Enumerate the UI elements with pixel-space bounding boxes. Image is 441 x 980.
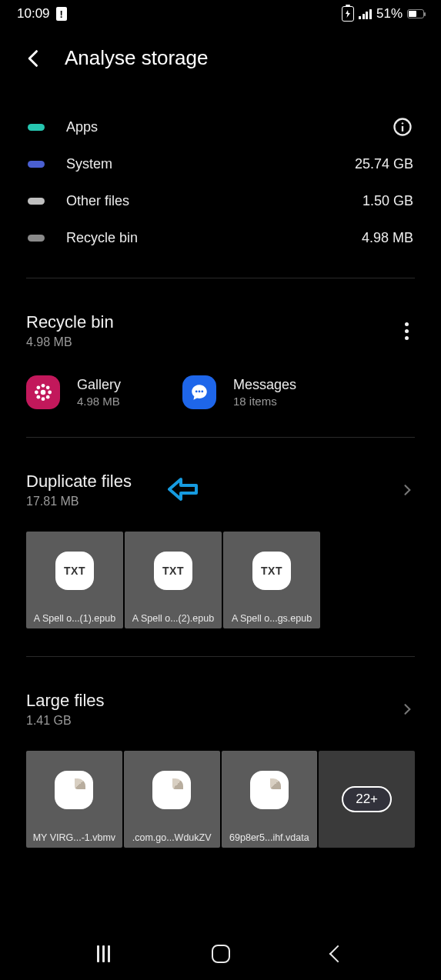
svg-point-13 <box>199 391 201 393</box>
document-file-icon <box>250 771 289 809</box>
recycle-item-gallery[interactable]: Gallery 4.98 MB <box>26 375 121 409</box>
svg-point-1 <box>402 122 403 124</box>
nav-back-button[interactable] <box>329 945 347 963</box>
document-file-icon <box>152 771 191 809</box>
section-subtitle: 17.81 MB <box>26 495 132 508</box>
category-dot <box>28 161 45 168</box>
status-time: 10:09 <box>17 6 50 22</box>
txt-file-icon: TXT <box>154 552 192 590</box>
battery-icon <box>407 9 424 18</box>
file-name: A Spell o...gs.epub <box>223 609 320 628</box>
svg-point-14 <box>201 391 203 393</box>
svg-point-10 <box>36 395 40 399</box>
nav-home-button[interactable] <box>212 945 230 963</box>
file-name: A Spell o...(1).epub <box>26 609 123 628</box>
gallery-icon <box>26 375 60 409</box>
navigation-bar <box>0 928 441 980</box>
file-tile[interactable]: 69p8er5...ihf.vdata <box>222 751 318 848</box>
info-icon[interactable] <box>392 116 413 138</box>
page-title: Analyse storage <box>65 46 208 70</box>
category-system[interactable]: System 25.74 GB <box>28 145 413 182</box>
category-value: 1.50 GB <box>362 193 413 209</box>
txt-file-icon: TXT <box>252 552 291 590</box>
signal-icon <box>359 9 372 19</box>
recycle-item-name: Messages <box>233 377 296 393</box>
file-name: 69p8er5...ihf.vdata <box>222 828 318 848</box>
chevron-right-icon <box>399 482 415 498</box>
more-menu-icon[interactable] <box>399 316 415 346</box>
svg-point-3 <box>41 390 46 395</box>
svg-point-5 <box>42 397 45 401</box>
status-bar: 10:09 ! 51% <box>0 0 441 25</box>
category-value: 4.98 MB <box>362 230 413 246</box>
category-label: Other files <box>66 193 362 209</box>
messages-icon <box>182 375 216 409</box>
more-count-badge: 22+ <box>342 786 392 812</box>
category-label: Apps <box>66 119 392 135</box>
category-dot <box>28 235 45 242</box>
file-name: MY VIRG...-1.vbmv <box>26 828 122 848</box>
category-dot <box>28 198 45 205</box>
storage-categories: Apps System 25.74 GB Other files 1.50 GB… <box>0 79 441 278</box>
category-value: 25.74 GB <box>355 156 413 172</box>
battery-percent: 51% <box>376 6 403 22</box>
section-title: Duplicate files <box>26 472 132 492</box>
recycle-item-name: Gallery <box>77 377 121 393</box>
category-dot <box>28 124 45 131</box>
recycle-item-messages[interactable]: Messages 18 items <box>182 375 296 409</box>
annotation-arrow-icon <box>167 477 198 502</box>
back-icon[interactable] <box>23 48 45 69</box>
file-name: A Spell o...(2).epub <box>125 609 222 628</box>
document-file-icon <box>55 771 93 809</box>
section-subtitle: 4.98 MB <box>26 335 399 349</box>
notification-badge-icon: ! <box>56 7 67 21</box>
battery-saver-icon <box>342 6 354 22</box>
category-recycle-bin[interactable]: Recycle bin 4.98 MB <box>28 219 413 256</box>
duplicate-files-section[interactable]: Duplicate files 17.81 MB TXT A Spell o..… <box>0 438 441 656</box>
chevron-right-icon <box>399 702 415 717</box>
section-title: Recycle bin <box>26 312 399 332</box>
category-label: System <box>66 156 355 172</box>
section-title: Large files <box>26 691 399 711</box>
svg-point-6 <box>35 391 38 395</box>
file-tile[interactable]: .com.go...WdukZV <box>124 751 220 848</box>
large-files-section[interactable]: Large files 1.41 GB MY VIRG...-1.vbmv .c… <box>0 657 441 875</box>
recycle-bin-section: Recycle bin 4.98 MB Gallery 4.98 MB Mess… <box>0 278 441 437</box>
category-apps[interactable]: Apps <box>28 108 413 145</box>
recycle-item-meta: 4.98 MB <box>77 395 121 408</box>
file-tile[interactable]: MY VIRG...-1.vbmv <box>26 751 122 848</box>
section-subtitle: 1.41 GB <box>26 714 399 728</box>
nav-recents-button[interactable] <box>97 945 110 962</box>
svg-point-8 <box>36 385 40 389</box>
file-tile[interactable]: TXT A Spell o...gs.epub <box>223 532 320 628</box>
category-other-files[interactable]: Other files 1.50 GB <box>28 182 413 219</box>
category-label: Recycle bin <box>66 230 362 246</box>
svg-point-9 <box>46 385 50 389</box>
svg-point-11 <box>46 395 50 399</box>
svg-point-4 <box>42 384 45 388</box>
recycle-item-meta: 18 items <box>233 395 296 408</box>
svg-point-7 <box>48 391 52 395</box>
file-tile[interactable]: TXT A Spell o...(1).epub <box>26 532 123 628</box>
file-name: .com.go...WdukZV <box>124 828 220 848</box>
svg-point-12 <box>195 391 198 393</box>
more-files-tile[interactable]: 22+ <box>319 751 415 848</box>
txt-file-icon: TXT <box>55 552 94 590</box>
header: Analyse storage <box>0 25 441 79</box>
file-tile[interactable]: TXT A Spell o...(2).epub <box>125 532 222 628</box>
